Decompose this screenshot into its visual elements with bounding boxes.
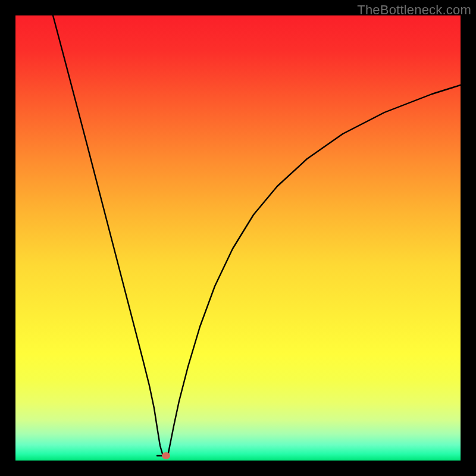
chart-canvas	[15, 15, 461, 461]
chart-background	[15, 15, 461, 461]
chart-marker	[162, 452, 170, 459]
watermark-text: TheBottleneck.com	[357, 2, 471, 18]
chart-frame: TheBottleneck.com	[0, 0, 476, 476]
plot-area	[15, 15, 461, 461]
